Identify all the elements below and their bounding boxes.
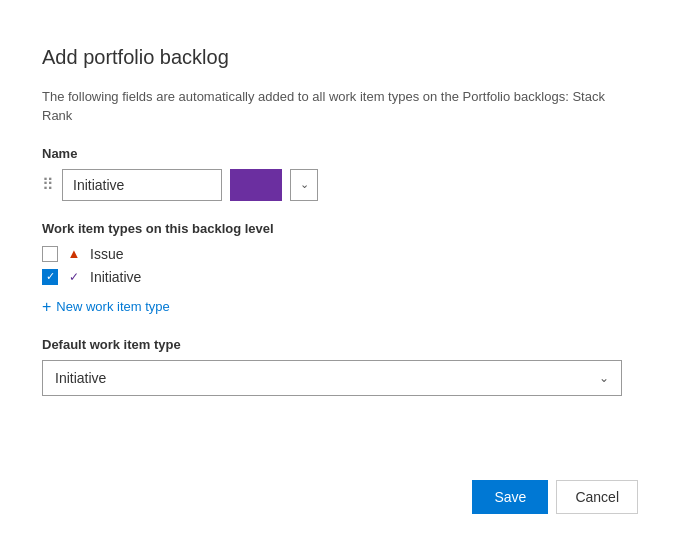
name-label: Name [42,146,638,161]
save-button[interactable]: Save [472,480,548,514]
dialog-title: Add portfolio backlog [42,46,638,69]
default-type-label: Default work item type [42,337,638,352]
list-item: ▲ Issue [42,246,638,262]
chevron-down-icon: ⌄ [300,178,309,191]
add-new-label: New work item type [56,299,169,314]
color-picker-button[interactable] [230,169,282,201]
dialog-footer: Save Cancel [472,480,638,514]
default-type-dropdown[interactable]: Initiative ⌄ [42,360,622,396]
drag-icon: ⠿ [42,175,54,194]
add-new-work-item-type-link[interactable]: + New work item type [42,299,170,315]
default-work-item-type-section: Default work item type Initiative ⌄ [42,337,638,396]
color-dropdown-chevron-button[interactable]: ⌄ [290,169,318,201]
plus-icon: + [42,299,51,315]
issue-icon: ▲ [66,246,82,262]
add-portfolio-backlog-dialog: Add portfolio backlog The following fiel… [10,18,670,538]
initiative-label: Initiative [90,269,141,285]
work-item-types-list: ▲ Issue ✓ Initiative [42,246,638,285]
name-input[interactable] [62,169,222,201]
default-type-value: Initiative [55,370,106,386]
initiative-checkbox[interactable] [42,269,58,285]
issue-label: Issue [90,246,123,262]
issue-checkbox[interactable] [42,246,58,262]
name-row: ⠿ ⌄ [42,169,638,201]
dropdown-chevron-icon: ⌄ [599,371,609,385]
cancel-button[interactable]: Cancel [556,480,638,514]
initiative-icon: ✓ [66,269,82,285]
description-text: The following fields are automatically a… [42,87,638,126]
work-item-types-label: Work item types on this backlog level [42,221,638,236]
list-item: ✓ Initiative [42,269,638,285]
